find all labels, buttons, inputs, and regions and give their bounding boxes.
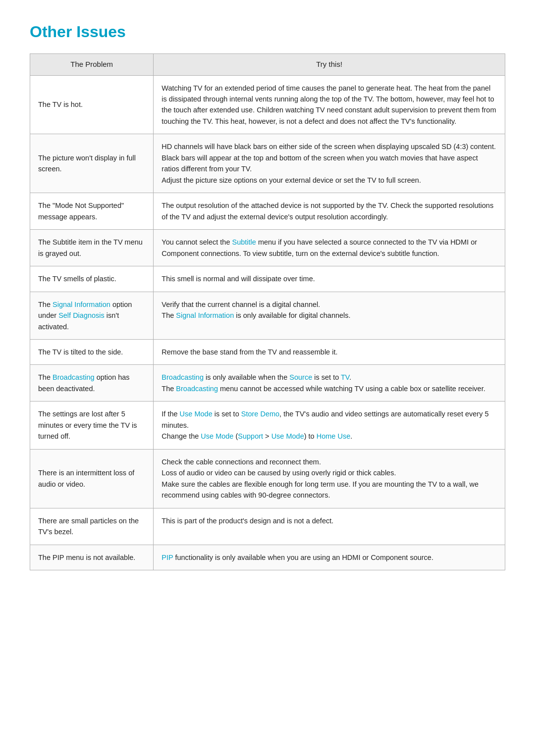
table-row: The TV smells of plastic.This smell is n…	[30, 266, 505, 292]
table-row: The settings are lost after 5 minutes or…	[30, 402, 505, 449]
problem-cell: The TV is hot.	[30, 75, 154, 134]
problem-cell: The TV is tilted to the side.	[30, 340, 154, 365]
problem-cell: The TV smells of plastic.	[30, 266, 154, 292]
solution-cell: Check the cable connections and reconnec…	[154, 449, 505, 508]
solution-cell: Watching TV for an extended period of ti…	[154, 75, 505, 134]
solution-cell: This is part of the product's design and…	[154, 508, 505, 545]
solution-cell: HD channels will have black bars on eith…	[154, 134, 505, 193]
problem-cell: The "Mode Not Supported" message appears…	[30, 193, 154, 230]
table-row: The PIP menu is not available.PIP functi…	[30, 545, 505, 570]
col-problem-header: The Problem	[30, 54, 154, 76]
solution-cell: You cannot select the Subtitle menu if y…	[154, 230, 505, 266]
table-row: The TV is tilted to the side.Remove the …	[30, 340, 505, 365]
solution-cell: Remove the base stand from the TV and re…	[154, 340, 505, 365]
problem-cell: The picture won't display in full screen…	[30, 134, 154, 193]
table-row: The Broadcasting option has been deactiv…	[30, 365, 505, 402]
table-row: There are small particles on the TV's be…	[30, 508, 505, 545]
table-row: There is an intermittent loss of audio o…	[30, 449, 505, 508]
solution-cell: Verify that the current channel is a dig…	[154, 292, 505, 339]
solution-cell: PIP functionality is only available when…	[154, 545, 505, 570]
solution-cell: This smell is normal and will dissipate …	[154, 266, 505, 292]
page-title: Other Issues	[30, 20, 505, 44]
col-solution-header: Try this!	[154, 54, 505, 76]
solution-cell: If the Use Mode is set to Store Demo, th…	[154, 402, 505, 449]
solution-cell: The output resolution of the attached de…	[154, 193, 505, 230]
table-row: The Signal Information option under Self…	[30, 292, 505, 339]
problem-cell: The Subtitle item in the TV menu is gray…	[30, 230, 154, 266]
problem-cell: The Signal Information option under Self…	[30, 292, 154, 339]
table-header-row: The Problem Try this!	[30, 54, 505, 76]
issues-table: The Problem Try this! The TV is hot.Watc…	[30, 53, 505, 570]
table-row: The "Mode Not Supported" message appears…	[30, 193, 505, 230]
problem-cell: The Broadcasting option has been deactiv…	[30, 365, 154, 402]
problem-cell: There are small particles on the TV's be…	[30, 508, 154, 545]
problem-cell: The settings are lost after 5 minutes or…	[30, 402, 154, 449]
problem-cell: There is an intermittent loss of audio o…	[30, 449, 154, 508]
table-row: The TV is hot.Watching TV for an extende…	[30, 75, 505, 134]
table-row: The Subtitle item in the TV menu is gray…	[30, 230, 505, 266]
table-row: The picture won't display in full screen…	[30, 134, 505, 193]
solution-cell: Broadcasting is only available when the …	[154, 365, 505, 402]
problem-cell: The PIP menu is not available.	[30, 545, 154, 570]
